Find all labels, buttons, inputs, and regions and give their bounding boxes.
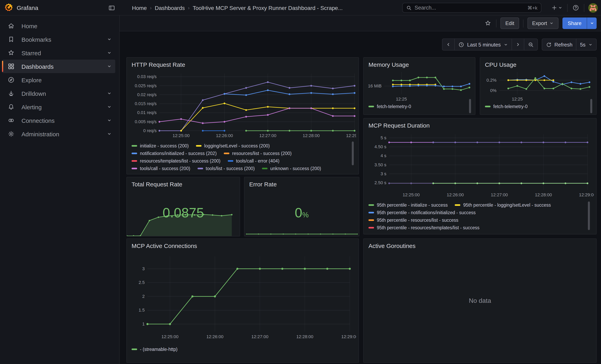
panel-http-request-rate[interactable]: HTTP Request Rate 12:25:0012:26:0012:27:… [126,57,359,175]
legend-scrollbar[interactable] [352,141,354,165]
svg-text:1.5: 1.5 [139,308,145,313]
panel-active-goroutines[interactable]: Active Goroutines No data [363,238,597,363]
search-input[interactable]: Search... ⌘+k [402,3,541,13]
svg-text:12:29:00: 12:29:00 [341,334,356,339]
breadcrumb-current[interactable]: ToolHive MCP Server & Proxy Runner Dashb… [193,5,343,11]
svg-text:0.02 req/s: 0.02 req/s [137,92,157,97]
time-shift-forward-button[interactable] [511,39,524,50]
legend-item[interactable]: 95th percentile - logging/setLevel - suc… [455,203,551,207]
chevron-down-icon [107,132,112,136]
legend-item[interactable]: logging/setLevel - success (200) [196,143,270,148]
time-range-group: Last 5 minutes [442,39,538,50]
legend-item[interactable]: tools/list - success (200) [197,166,255,171]
sidebar-item-starred[interactable]: Starred [2,46,115,59]
svg-text:0.01 req/s: 0.01 req/s [137,110,157,115]
svg-text:12:26:00: 12:26:00 [207,334,224,339]
dock-panel-icon [108,4,115,11]
legend-item[interactable]: 95th percentile - resources/templates/li… [369,225,479,230]
time-shift-back-button[interactable] [442,39,454,50]
sidebar-item-connections[interactable]: Connections [2,114,115,127]
time-range-label: Last 5 minutes [467,41,501,48]
brand[interactable]: Grafana [0,3,38,12]
chevron-down-icon [588,42,593,47]
legend-item[interactable]: fetch-telemetry-0 [485,104,528,109]
legend-label: 95th percentile - resources/list - succe… [377,218,458,223]
panel-total-request-rate[interactable]: Total Request Rate 0.0875 [126,177,240,236]
panel-memory-usage[interactable]: Memory Usage 12:2516 MiB fetch-telemetry… [363,57,475,115]
legend-item[interactable]: 95th percentile - resources/list - succe… [369,218,458,223]
plus-icon [551,5,557,11]
total-request-rate-value: 0.0875 [127,205,240,221]
sidebar-item-label: Drilldown [21,90,107,97]
bookmark-icon [8,36,15,43]
svg-text:2: 2 [142,294,145,299]
legend-scrollbar[interactable] [469,99,471,113]
sidebar-item-label: Explore [21,77,115,83]
sidebar-item-administration[interactable]: Administration [2,127,115,141]
export-label: Export [532,20,547,26]
panel-mcp-request-duration[interactable]: MCP Request Duration 12:25:0012:26:0012:… [363,118,597,235]
panel-cpu-usage[interactable]: CPU Usage 12:250.2%0% fetch-telemetry-0 [480,57,597,115]
user-avatar[interactable] [588,3,598,12]
refresh-button[interactable]: Refresh [542,39,576,50]
legend-item[interactable]: - (streamable-http) [131,347,178,352]
legend-item[interactable]: resources/templates/list - success (200) [131,158,220,163]
http-request-rate-chart[interactable]: 12:25:0012:26:0012:27:0012:28:0012:29:00… [130,70,356,141]
legend-item[interactable]: resources/list - success (200) [224,151,291,156]
share-menu-button[interactable] [587,18,597,29]
error-rate-sparkline[interactable] [246,230,358,235]
help-button[interactable] [571,3,580,13]
legend-item[interactable]: tools/call - success (200) [131,166,190,171]
legend-item[interactable]: 95th percentile - notifications/initiali… [369,210,476,215]
sidebar-item-drilldown[interactable]: Drilldown [2,87,115,100]
panel-mcp-active-connections[interactable]: MCP Active Connections 12:25:0012:26:001… [126,238,359,363]
export-button[interactable]: Export [527,18,559,29]
breadcrumb-home[interactable]: Home [132,5,147,11]
mcp-active-connections-chart[interactable]: 12:25:0012:26:0012:27:0012:28:0012:29:00… [130,252,356,344]
cpu-usage-chart[interactable]: 12:250.2%0% [483,69,593,102]
sidebar-item-dashboards[interactable]: Dashboards [2,59,115,73]
zoom-out-button[interactable] [524,39,537,50]
panel-title: MCP Active Connections [131,242,197,249]
legend-scrollbar[interactable] [588,201,590,230]
sidebar-toggle-button[interactable] [107,3,116,13]
sidebar-item-label: Administration [21,130,107,137]
edit-button[interactable]: Edit [501,18,519,29]
favorite-button[interactable] [484,18,492,29]
panel-error-rate[interactable]: Error Rate 0% [244,177,359,236]
new-button[interactable] [551,3,563,13]
legend-item[interactable]: unknown - success (200) [262,166,321,171]
memory-legend: fetch-telemetry-0 [369,104,460,113]
legend-item[interactable]: initialize - success (200) [131,143,189,148]
share-button[interactable]: Share [563,18,587,29]
legend-item[interactable]: tools/call - error (404) [228,158,280,163]
breadcrumb-dashboards[interactable]: Dashboards [155,5,185,11]
sidebar-item-bookmarks[interactable]: Bookmarks [2,33,115,46]
http-legend: initialize - success (200)logging/setLev… [131,143,348,173]
gear-icon [8,130,15,138]
refresh-interval-picker[interactable]: 5s [576,39,596,50]
svg-text:0.005 req/s: 0.005 req/s [135,119,157,124]
time-range-picker[interactable]: Last 5 minutes [454,39,511,50]
legend-item[interactable]: notifications/initialized - success (202… [131,151,217,156]
legend-item[interactable]: 95th percentile - initialize - success [369,203,448,207]
clock-icon [458,41,464,48]
bell-icon [8,103,15,110]
legend-item[interactable]: fetch-telemetry-0 [369,104,411,109]
mcp-request-duration-chart[interactable]: 12:25:0012:26:0012:27:0012:28:0012:29:00… [367,130,594,200]
svg-text:4.50 s: 4.50 s [374,144,386,149]
svg-text:12:27:00: 12:27:00 [251,334,269,339]
legend-swatch [262,168,268,169]
breadcrumb-separator: › [188,5,190,10]
sidebar-item-home[interactable]: Home [2,19,115,33]
svg-text:12:25:00: 12:25:00 [403,192,420,197]
sidebar-item-explore[interactable]: Explore [2,73,115,87]
search-icon [406,5,412,10]
legend-swatch [228,160,233,162]
sidebar-item-alerting[interactable]: Alerting [2,100,115,114]
sidebar-item-label: Home [21,22,115,29]
legend-label: 95th percentile - logging/setLevel - suc… [463,203,551,207]
memory-usage-chart[interactable]: 12:2516 MiB [367,69,473,102]
legend-scrollbar[interactable] [590,99,592,113]
dashboard-canvas: Last 5 minutes Refresh [120,31,601,364]
